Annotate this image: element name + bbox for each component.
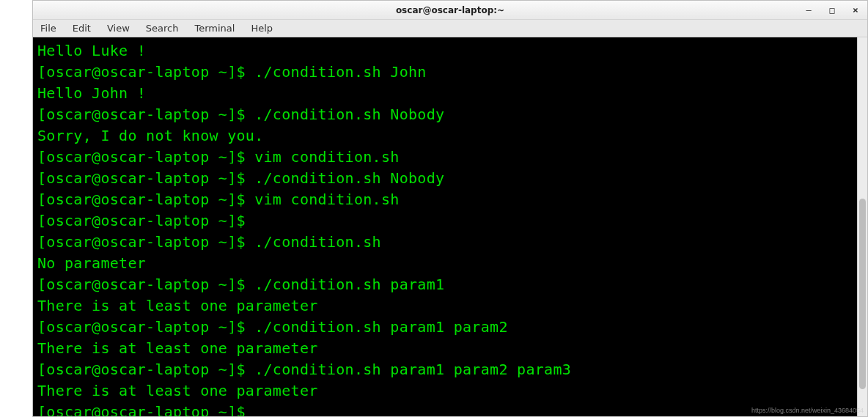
maximize-button[interactable]: □ [823,4,841,17]
menu-search[interactable]: Search [143,21,182,35]
terminal-line: There is at least one parameter [37,380,853,402]
close-button[interactable]: × [847,4,864,17]
terminal-line: There is at least one parameter [37,295,853,317]
terminal-line: [oscar@oscar-laptop ~]$ vim condition.sh [37,189,853,210]
terminal-line: Hello Luke ! [37,40,853,62]
minimize-button[interactable]: – [800,4,817,17]
scrollbar-thumb[interactable] [859,199,866,389]
terminal-line: [oscar@oscar-laptop ~]$ ./condition.sh J… [37,62,853,83]
menu-file[interactable]: File [37,21,59,35]
close-icon: × [853,4,858,15]
menu-edit[interactable]: Edit [70,21,94,35]
terminal-line: Hello John ! [37,83,853,104]
terminal-line: No parameter [37,253,853,274]
terminal-line: Sorry, I do not know you. [37,125,853,147]
terminal-line: [oscar@oscar-laptop ~]$ vim condition.sh [37,147,853,168]
maximize-icon: □ [829,5,834,15]
terminal-line: [oscar@oscar-laptop ~]$ ./condition.sh [37,232,853,253]
terminal-line: [oscar@oscar-laptop ~]$ ./condition.sh p… [37,274,853,295]
terminal-window: oscar@oscar-laptop:~ – □ × File Edit Vie… [32,0,868,417]
terminal-area-wrap: Hello Luke ![oscar@oscar-laptop ~]$ ./co… [33,37,867,416]
menu-help[interactable]: Help [248,21,276,35]
terminal-line: [oscar@oscar-laptop ~]$ ./condition.sh p… [37,359,853,380]
terminal-line: [oscar@oscar-laptop ~]$ ./condition.sh N… [37,168,853,189]
terminal-line: There is at least one parameter [37,338,853,359]
terminal-area[interactable]: Hello Luke ![oscar@oscar-laptop ~]$ ./co… [33,37,857,416]
menu-terminal[interactable]: Terminal [191,21,238,35]
terminal-line: [oscar@oscar-laptop ~]$ ./condition.sh N… [37,104,853,125]
terminal-line: [oscar@oscar-laptop ~]$ [37,210,853,232]
scrollbar[interactable] [857,37,867,416]
window-title: oscar@oscar-laptop:~ [396,5,504,15]
terminal-line: [oscar@oscar-laptop ~]$ [37,402,853,416]
watermark: https://blog.csdn.net/weixin_43684054 [751,407,864,414]
window-controls: – □ × [800,1,864,19]
menubar: File Edit View Search Terminal Help [33,20,867,37]
minimize-icon: – [806,5,811,15]
titlebar: oscar@oscar-laptop:~ – □ × [33,1,867,20]
terminal-line: [oscar@oscar-laptop ~]$ ./condition.sh p… [37,317,853,338]
menu-view[interactable]: View [104,21,133,35]
